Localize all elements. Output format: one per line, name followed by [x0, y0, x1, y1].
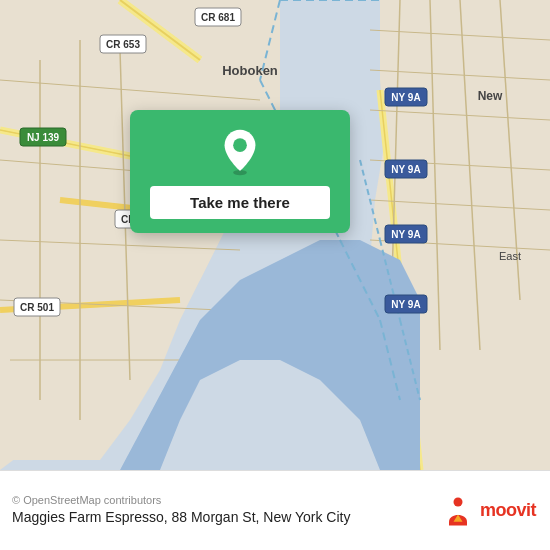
svg-text:NY 9A: NY 9A — [391, 92, 420, 103]
address-text: Maggies Farm Espresso, 88 Morgan St, New… — [12, 508, 350, 527]
svg-point-64 — [453, 497, 462, 506]
svg-text:NY 9A: NY 9A — [391, 229, 420, 240]
moovit-logo-icon — [440, 493, 476, 529]
footer: © OpenStreetMap contributors Maggies Far… — [0, 470, 550, 550]
svg-text:CR 681: CR 681 — [201, 12, 235, 23]
svg-text:CR 501: CR 501 — [20, 302, 54, 313]
map-background: CR 681 CR 653 NJ 139 CR 639 CR 501 NY 9A… — [0, 0, 550, 470]
take-me-there-button[interactable]: Take me there — [150, 186, 330, 219]
svg-text:CR 653: CR 653 — [106, 39, 140, 50]
map-container: CR 681 CR 653 NJ 139 CR 639 CR 501 NY 9A… — [0, 0, 550, 470]
svg-text:New: New — [478, 89, 503, 103]
svg-text:Hoboken: Hoboken — [222, 63, 278, 78]
svg-text:East: East — [499, 250, 521, 262]
svg-text:NJ 139: NJ 139 — [27, 132, 60, 143]
pin-icon — [216, 128, 264, 176]
footer-left: © OpenStreetMap contributors Maggies Far… — [12, 494, 350, 527]
copyright-text: © OpenStreetMap contributors — [12, 494, 350, 506]
svg-text:NY 9A: NY 9A — [391, 164, 420, 175]
moovit-logo: moovit — [440, 493, 536, 529]
svg-point-62 — [233, 138, 247, 152]
svg-text:NY 9A: NY 9A — [391, 299, 420, 310]
location-card[interactable]: Take me there — [130, 110, 350, 233]
moovit-label: moovit — [480, 500, 536, 521]
